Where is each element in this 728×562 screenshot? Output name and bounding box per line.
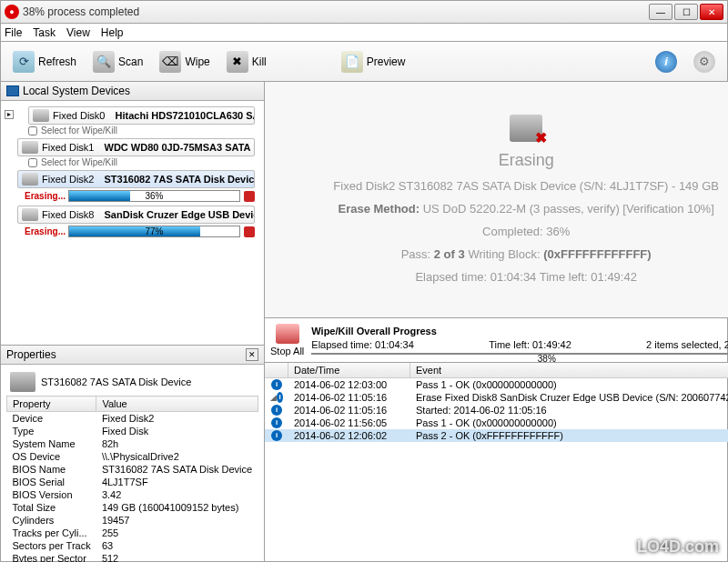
overall-elapsed: Elapsed time: 01:04:34 [311,339,414,350]
overall-timeleft: Time left: 01:49:42 [489,339,571,350]
info-icon: i [271,379,282,390]
menu-view[interactable]: View [66,26,90,39]
properties-device: ST316082 7AS SATA Disk Device [6,368,258,396]
overall-progress: Stop All Wipe/Kill Overall Progress Elap… [265,318,728,363]
device-select[interactable]: Select for Wipe/Kill [25,125,255,136]
devices-header: Local System Devices [1,82,264,101]
property-row: System Name82h [7,437,258,450]
progress-bar: 36% [68,190,240,202]
device-row[interactable]: Fixed Disk8 SanDisk Cruzer Edge USB Devi… [17,206,255,224]
property-row: TypeFixed Disk [7,425,258,437]
kill-icon: ✖ [227,51,248,73]
properties-table: PropertyValue DeviceFixed Disk2TypeFixed… [6,396,258,562]
close-button[interactable]: ✕ [700,4,723,20]
menu-file[interactable]: File [5,26,22,39]
minimize-button[interactable]: — [649,4,672,20]
stop-icon[interactable] [244,226,255,237]
settings-button[interactable]: ⚙ [687,46,722,77]
log-row[interactable]: i2014-06-02 11:05:16Started: 2014-06-02 … [265,404,728,416]
log-row[interactable]: i2014-06-02 12:03:00Pass 1 - OK (0x00000… [265,378,728,391]
col-value[interactable]: Value [96,396,258,412]
menu-help[interactable]: Help [101,26,124,39]
select-checkbox[interactable] [28,126,37,135]
expand-toggle[interactable]: ▸ [5,110,14,119]
property-row: Tracks per Cyli...255 [7,527,258,539]
preview-icon: 📄 [341,51,363,73]
disk-icon [22,208,38,221]
select-checkbox[interactable] [28,158,37,167]
scan-button[interactable]: 🔍Scan [86,46,149,77]
detail-pass: Pass: 2 of 3 Writing Block: (0xFFFFFFFFF… [401,247,652,261]
property-row: Bytes per Sector512 [7,552,258,562]
property-row: DeviceFixed Disk2 [7,412,258,426]
erasing-icon [510,115,542,142]
log-row[interactable]: ◢i2014-06-02 11:05:16Erase Fixed Disk8 S… [265,391,728,404]
gear-icon: ⚙ [693,51,715,73]
close-panel-icon[interactable]: ✕ [246,348,258,361]
property-row: BIOS Serial4LJ1T7SF [7,476,258,488]
device-tree[interactable]: ▸ Fixed Disk0 Hitachi HDS721010CLA630 SA… [1,101,264,345]
log-header: Date/Time Event [265,363,728,378]
stop-all-button[interactable]: Stop All [270,324,304,356]
titlebar: ● 38% process completed — ☐ ✕ [0,0,728,24]
info-icon: i [271,417,282,428]
window-buttons: — ☐ ✕ [649,4,723,20]
disk-icon [22,141,38,154]
detail-panel: Erasing Fixed Disk2 ST316082 7AS SATA Di… [265,82,728,318]
detail-time: Elapsed time: 01:04:34 Time left: 01:49:… [415,270,637,284]
refresh-button[interactable]: ⟳Refresh [6,46,83,77]
erase-label: Erasing... [25,226,65,236]
log-row[interactable]: i2014-06-02 12:06:02Pass 2 - OK (0xFFFFF… [265,429,728,442]
property-row: BIOS NameST316082 7AS SATA Disk Device [7,463,258,476]
progress-bar: 77% [68,226,240,237]
overall-items: 2 items selected, 2 in progress [646,339,728,350]
detail-device: Fixed Disk2 ST316082 7AS SATA Disk Devic… [333,179,719,193]
disk-icon [22,173,38,186]
info-button[interactable]: i [649,46,683,77]
device-row[interactable]: Fixed Disk1 WDC WD80 0JD-75MSA3 SATA Dis… [17,138,255,156]
menubar: File Task View Help [0,24,728,42]
info-icon: i [271,405,282,416]
device-row-active[interactable]: Fixed Disk2 ST316082 7AS SATA Disk Devic… [17,170,255,188]
detail-method: Erase Method: US DoD 5220.22-M (3 passes… [339,202,714,216]
property-row: Total Size149 GB (160041009152 bytes) [7,501,258,514]
property-row: OS Device\\.\PhysicalDrive2 [7,450,258,463]
app-icon: ● [5,5,19,19]
disk-icon [10,372,35,392]
wipe-button[interactable]: ⌫Wipe [153,46,216,77]
properties-panel: Properties ✕ ST316082 7AS SATA Disk Devi… [1,345,264,561]
device-select[interactable]: Select for Wipe/Kill [25,156,255,168]
maximize-button[interactable]: ☐ [674,4,698,20]
event-log[interactable]: Date/Time Event i2014-06-02 12:03:00Pass… [265,363,728,562]
detail-completed: Completed: 36% [482,225,570,238]
col-datetime[interactable]: Date/Time [288,363,410,377]
col-event[interactable]: Event [410,363,728,377]
preview-button[interactable]: 📄Preview [335,46,412,77]
erase-progress: Erasing... 36% [25,190,255,202]
property-row: Sectors per Track63 [7,539,258,552]
window-title: 38% process completed [23,5,649,18]
scan-icon: 🔍 [93,51,115,73]
col-property[interactable]: Property [7,396,96,412]
detail-heading: Erasing [499,151,554,170]
overall-progress-bar: 38% [311,353,728,355]
info-icon: i [655,51,677,73]
refresh-icon: ⟳ [13,51,35,73]
disk-icon [33,109,49,122]
info-icon: i [271,430,282,441]
toolbar: ⟳Refresh 🔍Scan ⌫Wipe ✖Kill 📄Preview i ⚙ [0,42,728,82]
monitor-icon [6,85,19,96]
property-row: BIOS Version3.42 [7,488,258,501]
erase-progress: Erasing... 77% [25,226,255,237]
log-row[interactable]: i2014-06-02 11:56:05Pass 1 - OK (0x00000… [265,416,728,429]
erase-label: Erasing... [25,191,65,201]
info-icon: i [277,392,283,403]
stop-all-icon [276,324,299,344]
device-row[interactable]: Fixed Disk0 Hitachi HDS721010CLA630 SATA… [28,106,255,125]
wipe-icon: ⌫ [159,51,181,73]
property-row: Cylinders19457 [7,514,258,527]
stop-icon[interactable] [244,191,255,202]
kill-button[interactable]: ✖Kill [220,46,273,77]
overall-title: Wipe/Kill Overall Progress [311,326,728,336]
menu-task[interactable]: Task [33,26,56,39]
